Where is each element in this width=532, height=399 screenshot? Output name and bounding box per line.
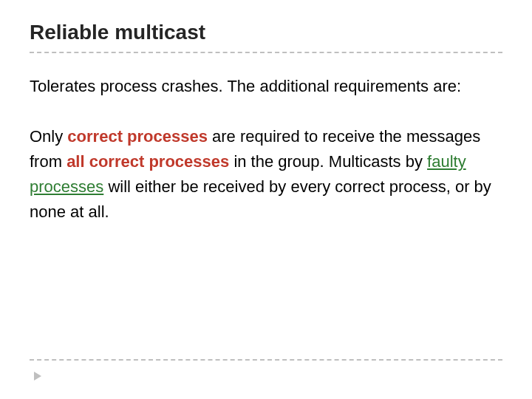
body-text: Tolerates process crashes. The additiona… — [30, 74, 502, 225]
svg-marker-0 — [34, 372, 41, 381]
paragraph-2: Only correct processes are required to r… — [30, 124, 502, 225]
title-divider — [30, 52, 502, 53]
text-run: Only — [30, 127, 67, 146]
footer-divider — [30, 359, 502, 361]
slide: Reliable multicast Tolerates process cra… — [0, 0, 532, 399]
page-title: Reliable multicast — [30, 21, 502, 49]
emphasis-correct-processes: correct processes — [67, 127, 208, 146]
text-run: in the group. Multicasts by — [229, 152, 427, 171]
paragraph-1: Tolerates process crashes. The additiona… — [30, 74, 502, 99]
emphasis-all-correct-processes: all correct processes — [66, 152, 229, 171]
play-icon — [33, 371, 43, 381]
